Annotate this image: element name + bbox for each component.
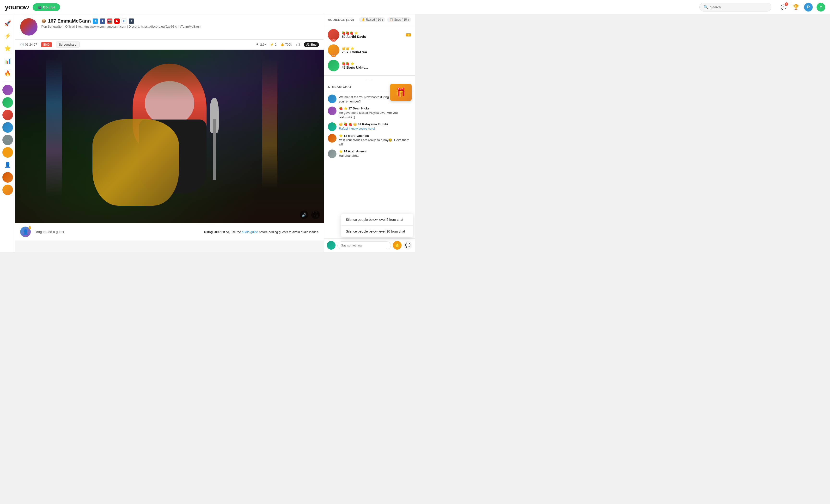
- google-link[interactable]: G: [122, 19, 127, 24]
- clock-icon: 🕐: [20, 43, 24, 46]
- header: younow 📹 Go Live 🔍 💬 1 🏆 P Y: [0, 0, 415, 14]
- stream-stats: 👁 2.9k ⚡ 2 👍 700k ↑ 3 #1 Sing: [256, 42, 319, 47]
- volume-button[interactable]: 🔊: [300, 210, 308, 219]
- views-stat: 👁 2.9k: [256, 43, 266, 46]
- sub-icon: 📋: [389, 18, 393, 21]
- logo: younow: [5, 3, 29, 11]
- sidebar-user-4[interactable]: [2, 122, 13, 133]
- sidebar-item-explore[interactable]: 🚀: [2, 18, 13, 29]
- audience-info-2: 👑👑 ⭐ 75 Yi Chun-Hwa: [342, 46, 411, 54]
- sidebar-user-6: [2, 172, 13, 182]
- facebook-link[interactable]: f: [100, 19, 105, 24]
- chat-avatar-0[interactable]: [328, 95, 337, 103]
- chat-avatar-3[interactable]: [328, 134, 337, 142]
- silence-level-10-option[interactable]: Silence people below level 10 from chat: [341, 226, 413, 237]
- screenshare-button[interactable]: Screenshare: [56, 41, 80, 47]
- chat-name-1: 🍓 ⭐ 17 Dean Hicks: [339, 107, 411, 110]
- chat-text-2: Rafael I know you're here!: [339, 127, 411, 131]
- chat-message-4: ⭐ 14 Azah Anyeni Hahahahahha: [324, 148, 415, 160]
- sidebar-item-stars[interactable]: ⭐: [2, 43, 13, 54]
- right-panel: AUDIENCE (172) 🤚 Raised (10) 📋 Subs (15): [324, 14, 415, 252]
- audience-badges-1: 🍓🍓🍓 ⭐: [342, 31, 404, 35]
- sidebar-user-7[interactable]: [2, 184, 13, 195]
- chat-name-2: 👑 🍓 🍓 👑 42 Katayama Fumiki: [339, 123, 411, 126]
- audience-name-2: 75 Yi Chun-Hwa: [342, 50, 411, 54]
- video-controls: 🔊 ⛶: [300, 210, 320, 219]
- sidebar-user-5[interactable]: [2, 147, 13, 158]
- obs-audio-guide-link[interactable]: audio guide: [242, 230, 258, 234]
- chat-star-button[interactable]: ⭐: [393, 241, 402, 249]
- share-icon: ↑: [296, 43, 297, 46]
- audience-badges-2: 👑👑 ⭐: [342, 46, 411, 50]
- mod-badge-1: ⭐: [406, 33, 411, 36]
- chat-text-4: Hahahahahha: [339, 154, 411, 158]
- chat-badge-3: ⭐: [339, 134, 343, 137]
- guest-area: 👤 🤚 Drag to add a guest Using OBS? If so…: [15, 223, 324, 240]
- rank-badge-1: #1: [331, 39, 336, 41]
- chat-user-avatar: [327, 241, 336, 249]
- content-area: 📦 167 EmmaMcGann 𝕏 f 📷 ▶ G t Pop Songwri…: [15, 14, 324, 252]
- camera-icon: 📹: [37, 5, 41, 9]
- chat-badge-2: 👑 🍓 🍓 👑: [339, 123, 357, 126]
- audience-info-1: 🍓🍓🍓 ⭐ 52 Aarthi Davis: [342, 31, 404, 39]
- sidebar-item-fire[interactable]: 🔥: [2, 68, 13, 79]
- end-badge[interactable]: END: [41, 42, 52, 47]
- audience-avatar-2: #2: [328, 44, 339, 56]
- chat-content-1: 🍓 ⭐ 17 Dean Hicks He gave me a kiss at P…: [339, 107, 411, 119]
- silence-level-5-option[interactable]: Silence people below level 5 from chat: [341, 214, 413, 226]
- raised-filter[interactable]: 🤚 Raised (10): [359, 17, 385, 22]
- bolts-stat: ⚡ 2: [270, 43, 277, 46]
- sidebar-user-1[interactable]: [2, 85, 13, 95]
- streamer-avatar[interactable]: [20, 18, 37, 36]
- streamer-details: 📦 167 EmmaMcGann 𝕏 f 📷 ▶ G t Pop Songwri…: [41, 18, 319, 28]
- chat-text-3: Yes! Your stories are really so funny😂. …: [339, 138, 411, 147]
- chat-avatar-1[interactable]: [328, 107, 337, 115]
- chat-avatar-4[interactable]: [328, 149, 337, 158]
- audience-member-3[interactable]: 🍓🍓 ⭐ 48 Boris Ukhtc...: [324, 58, 415, 73]
- chat-input[interactable]: [338, 241, 391, 249]
- video-player[interactable]: 🔊 ⛶: [15, 50, 324, 223]
- sidebar-add-friend[interactable]: 👤: [2, 160, 13, 170]
- obs-info: Using OBS? If so, use the audio guide be…: [204, 230, 319, 234]
- streamer-name: 167 EmmaMcGann: [48, 18, 91, 24]
- video-background: [15, 50, 324, 223]
- audience-name-1: 52 Aarthi Davis: [342, 35, 404, 39]
- sidebar-item-charts[interactable]: 📊: [2, 56, 13, 66]
- subs-filter[interactable]: 📋 Subs (15): [387, 17, 411, 22]
- guest-drag-label: Drag to add a guest: [35, 230, 64, 234]
- audience-filter: 🤚 Raised (10) 📋 Subs (15): [359, 17, 411, 22]
- twitter-link[interactable]: 𝕏: [93, 19, 98, 24]
- tumblr-link[interactable]: t: [129, 19, 134, 24]
- chat-name-4: ⭐ 14 Azah Anyeni: [339, 149, 411, 153]
- chat-content-2: 👑 🍓 🍓 👑 42 Katayama Fumiki Rafael I know…: [339, 123, 411, 131]
- rank-badge-2: #2: [331, 54, 336, 57]
- sidebar-user-2[interactable]: [2, 97, 13, 108]
- streamer-name-row: 📦 167 EmmaMcGann 𝕏 f 📷 ▶ G t: [41, 18, 319, 24]
- stream-timer: 🕐 01:24:27: [20, 43, 37, 46]
- audience-avatar-1: #1: [328, 29, 339, 40]
- fullscreen-button[interactable]: ⛶: [311, 210, 320, 219]
- audience-title: AUDIENCE (172): [328, 18, 354, 22]
- sidebar-user-3[interactable]: [2, 110, 13, 120]
- audience-member-1[interactable]: #1 🍓🍓🍓 ⭐ 52 Aarthi Davis ⭐: [324, 27, 415, 42]
- audience-name-3: 48 Boris Ukhtc...: [342, 66, 411, 69]
- sidebar-more[interactable]: ···: [2, 135, 13, 145]
- bolt-icon: ⚡: [270, 43, 274, 46]
- thumb-icon: 👍: [280, 43, 284, 46]
- youtube-link[interactable]: ▶: [114, 19, 120, 24]
- stream-controls: 🕐 01:24:27 END Screenshare 👁 2.9k ⚡ 2 👍 …: [15, 40, 324, 50]
- chat-avatar-2[interactable]: 🤚: [328, 123, 337, 131]
- sidebar-item-flash[interactable]: ⚡: [2, 31, 13, 41]
- chat-name-3: ⭐ 12 Marti Valencia: [339, 134, 411, 137]
- go-live-button[interactable]: 📹 Go Live: [33, 3, 60, 11]
- eye-icon: 👁: [256, 43, 259, 46]
- audience-member-2[interactable]: #2 👑👑 ⭐ 75 Yi Chun-Hwa: [324, 42, 415, 58]
- chat-message-2: 🤚 👑 🍓 🍓 👑 42 Katayama Fumiki Rafael I kn…: [324, 121, 415, 132]
- chat-message-3: ⭐ 12 Marti Valencia Yes! Your stories ar…: [324, 132, 415, 148]
- treasure-overlay: 🎁: [390, 84, 414, 103]
- chat-emoji-button[interactable]: 💬: [404, 241, 412, 249]
- instagram-link[interactable]: 📷: [107, 19, 113, 24]
- chat-message-1: 🍓 ⭐ 17 Dean Hicks He gave me a kiss at P…: [324, 105, 415, 121]
- treasure-box[interactable]: 🎁: [390, 84, 412, 101]
- streamer-badge-icon: 📦: [41, 19, 46, 23]
